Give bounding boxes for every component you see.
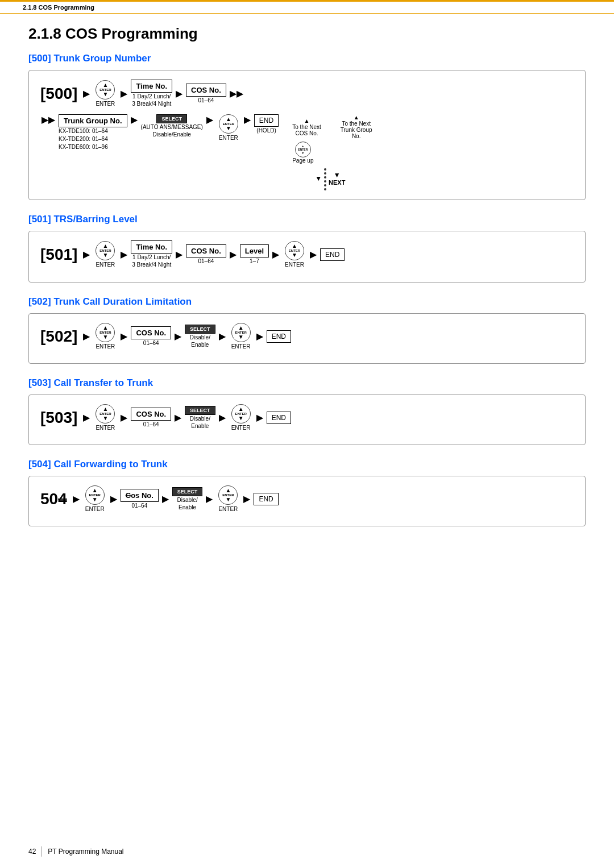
enter-circle2-504: ▲ ENTER ▼ ENTER xyxy=(218,485,238,512)
select-sub-504: Disable/ Enable xyxy=(177,496,198,511)
footer-divider xyxy=(42,846,42,857)
enter-label-502: ENTER xyxy=(96,343,115,350)
enter-btn-500: ▲ ENTER ▼ xyxy=(96,80,115,99)
end-box-504: END xyxy=(254,493,278,505)
cos-no-500: COS No. 01–64 xyxy=(186,84,226,104)
section-501-title: [501] TRS/Barring Level xyxy=(28,214,586,225)
flow-row-504: 504 ▶ ▲ ENTER ▼ ENTER ▶ Cos No. 01–64 ▶ … xyxy=(40,485,574,512)
enter-nav-500: ▲ ENTER ▼ Page up xyxy=(292,142,313,164)
trunk-group-500: Trunk Group No. KX-TDE100: 01–64 KX-TDE2… xyxy=(59,114,127,151)
enter-label2-500: ENTER xyxy=(219,135,238,141)
enter-circle-501: ▲ ENTER ▼ ENTER xyxy=(96,241,115,268)
end-sub-500: (HOLD) xyxy=(256,127,276,134)
enter-circle-503: ▲ ENTER ▼ ENTER xyxy=(96,404,115,431)
select-btn-503: SELECT xyxy=(185,406,215,415)
section-500-title: [500] Trunk Group Number xyxy=(28,53,586,64)
up-arrow: ▲ xyxy=(102,82,108,88)
code-502: [502] xyxy=(40,327,77,346)
cos-no-503: COS No. 01–64 xyxy=(131,408,171,428)
flow-row-502: [502] ▶ ▲ ENTER ▼ ENTER ▶ COS No. 01–64 … xyxy=(40,323,574,350)
arrow-1: ▶ xyxy=(83,88,90,99)
nav-500: ▲ To the Next COS No. ▲ To the Next Trun… xyxy=(292,114,372,190)
end-500: END (HOLD) xyxy=(254,114,279,134)
trunk-group-label: Trunk Group No. xyxy=(59,114,127,127)
code-501: [501] xyxy=(40,246,77,264)
enter-btn-501: ▲ ENTER ▼ xyxy=(96,241,115,260)
flow-row-500-1: [500] ▶ ▲ ENTER ▼ ENTER ▶ Time No. 1 Day… xyxy=(40,80,574,107)
select-502: SELECT Disable/ Enable xyxy=(185,325,215,348)
cos-no-sub-502: 01–64 xyxy=(143,339,159,347)
page-up-label: Page up xyxy=(292,157,313,164)
enter-nav-circle: ▲ ENTER ▼ xyxy=(295,142,311,157)
code-500: [500] xyxy=(40,85,77,103)
enter-btn-504: ▲ ENTER ▼ xyxy=(85,485,105,505)
enter-btn2-502: ▲ ENTER ▼ xyxy=(231,323,251,342)
time-no-box: Time No. xyxy=(131,80,172,93)
diagram-500: [500] ▶ ▲ ENTER ▼ ENTER ▶ Time No. 1 Day… xyxy=(28,70,586,200)
dots-500 xyxy=(324,166,326,190)
next-trunk-text: To the Next Trunk Group No. xyxy=(341,121,372,139)
section-502-title: [502] Trunk Call Duration Limitation xyxy=(28,296,586,308)
enter-btn-502: ▲ ENTER ▼ xyxy=(96,323,115,342)
enter-label-501: ENTER xyxy=(96,261,115,268)
end-501: END xyxy=(320,248,345,261)
select-503: SELECT Disable/ Enable xyxy=(185,406,215,430)
enter-label2-503: ENTER xyxy=(231,425,251,431)
flow-row-501: [501] ▶ ▲ ENTER ▼ ENTER ▶ Time No. 1 Day… xyxy=(40,240,574,268)
time-no-box-501: Time No. xyxy=(131,240,172,254)
select-504: SELECT Disable/ Enable xyxy=(172,487,203,511)
level-sub-501: 1–7 xyxy=(250,258,259,265)
arrow-4: ▶ xyxy=(131,114,138,125)
end-502: END xyxy=(267,330,291,343)
enter-label2-502: ENTER xyxy=(231,343,251,350)
next-cos-row: ▲ To the Next COS No. ▲ To the Next Trun… xyxy=(292,114,372,139)
enter-circle2-503: ▲ ENTER ▼ ENTER xyxy=(231,404,251,431)
page-title: 2.1.8 COS Programming xyxy=(28,25,586,43)
flow-row-503: [503] ▶ ▲ ENTER ▼ ENTER ▶ COS No. 01–64 … xyxy=(40,404,574,431)
top-bar-text: 2.1.8 COS Programming xyxy=(23,4,94,11)
enter-circle2-502: ▲ ENTER ▼ ENTER xyxy=(231,323,251,350)
enter-btn2-501: ▲ ENTER ▼ xyxy=(285,241,304,260)
diagram-503: [503] ▶ ▲ ENTER ▼ ENTER ▶ COS No. 01–64 … xyxy=(28,394,586,445)
cos-no-sub-500: 01–64 xyxy=(198,97,214,104)
cos-no-sub-504: 01–64 xyxy=(131,502,147,509)
diagram-504: 504 ▶ ▲ ENTER ▼ ENTER ▶ Cos No. 01–64 ▶ … xyxy=(28,476,586,526)
end-504: END xyxy=(254,493,278,505)
cos-no-502: COS No. 01–64 xyxy=(131,326,171,347)
select-sub-500: (AUTO ANS/MESSAGE) xyxy=(141,123,203,131)
section-503-title: [503] Call Transfer to Trunk xyxy=(28,377,586,389)
next-label-500: NEXT xyxy=(329,179,345,186)
time-no-500: Time No. 1 Day/2 Lunch/ 3 Break/4 Night xyxy=(131,80,172,107)
select-btn-500: SELECT xyxy=(156,114,187,123)
next-trunk-col: ▲ To the Next Trunk Group No. xyxy=(341,114,372,139)
enter-circle-504: ▲ ENTER ▼ ENTER xyxy=(85,485,105,512)
select-sub-502: Disable/ Enable xyxy=(190,334,210,348)
cos-no-sub-501: 01–64 xyxy=(198,258,214,265)
enter-btn-503: ▲ ENTER ▼ xyxy=(96,404,115,423)
cos-no-501: COS No. 01–64 xyxy=(186,244,226,265)
select-500: SELECT (AUTO ANS/MESSAGE) Disable/Enable xyxy=(141,114,203,138)
next-box-500: ▼ NEXT xyxy=(329,171,345,186)
select-btn-502: SELECT xyxy=(185,325,215,334)
next-cos-text: To the Next COS No. xyxy=(292,124,321,136)
enter-circle2-501: ▲ ENTER ▼ ENTER xyxy=(285,241,304,268)
enter-circle2-500: ▲ ENTER ▼ ENTER xyxy=(219,114,238,141)
enter-circle-500: ▲ ENTER ▼ ENTER xyxy=(96,80,115,107)
page-content: 2.1.8 COS Programming [500] Trunk Group … xyxy=(0,19,614,563)
enter-label2-501: ENTER xyxy=(285,261,304,268)
cos-no-box-501: COS No. xyxy=(186,244,226,258)
enter-label-503: ENTER xyxy=(96,425,115,431)
page-footer: 42 PT Programming Manual xyxy=(28,846,124,857)
arrow-5: ▶ xyxy=(206,114,213,125)
diagram-502: [502] ▶ ▲ ENTER ▼ ENTER ▶ COS No. 01–64 … xyxy=(28,313,586,364)
arrow-3: ▶ xyxy=(176,88,182,99)
arrow-2: ▶ xyxy=(121,88,127,99)
end-503: END xyxy=(267,412,291,424)
flow-row-500-2: ▶▶ Trunk Group No. KX-TDE100: 01–64 KX-T… xyxy=(40,114,574,190)
time-no-sub: 1 Day/2 Lunch/ 3 Break/4 Night xyxy=(132,93,171,107)
cos-no-box-502: COS No. xyxy=(131,326,171,339)
cos-no-box-500: COS No. xyxy=(186,84,226,97)
double-arrow2-500: ▶▶ xyxy=(42,114,55,125)
next-cos-col: ▲ To the Next COS No. xyxy=(292,118,321,136)
level-box-501: Level xyxy=(240,244,269,258)
